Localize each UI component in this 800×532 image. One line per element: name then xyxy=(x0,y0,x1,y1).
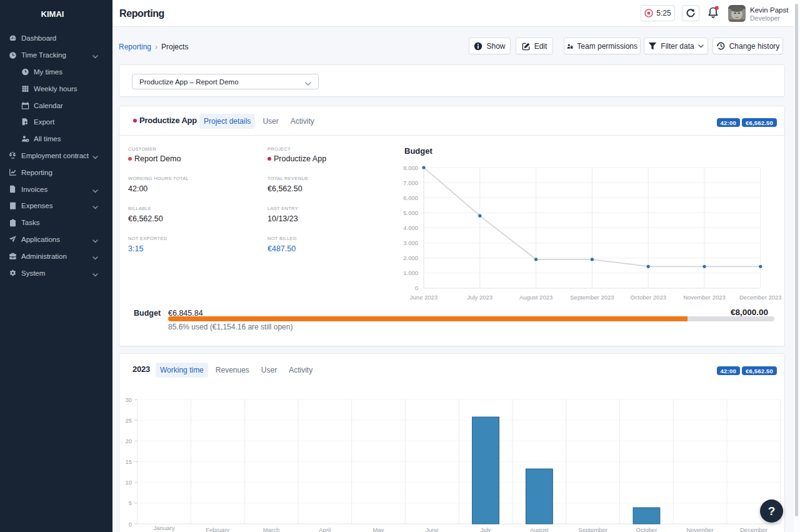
svg-text:5.000: 5.000 xyxy=(403,209,418,216)
svg-text:April: April xyxy=(319,526,331,532)
svg-text:0: 0 xyxy=(129,521,132,528)
svg-text:August 2023: August 2023 xyxy=(519,294,552,301)
svg-text:25: 25 xyxy=(125,417,132,424)
svg-text:30: 30 xyxy=(125,396,132,403)
svg-text:January: January xyxy=(154,524,175,531)
svg-text:July: July xyxy=(481,526,491,532)
svg-text:5: 5 xyxy=(129,499,132,506)
svg-text:October: October xyxy=(636,526,658,532)
svg-text:15: 15 xyxy=(125,458,132,465)
svg-text:3.000: 3.000 xyxy=(403,239,418,246)
svg-text:7.000: 7.000 xyxy=(403,179,418,186)
svg-text:October 2023: October 2023 xyxy=(630,294,666,301)
svg-text:20: 20 xyxy=(125,438,132,444)
svg-text:June: June xyxy=(426,526,439,532)
svg-text:August: August xyxy=(530,526,549,532)
svg-text:December: December xyxy=(740,526,768,532)
svg-text:1.000: 1.000 xyxy=(403,269,418,276)
svg-text:February: February xyxy=(206,526,229,532)
svg-text:September 2023: September 2023 xyxy=(570,294,614,301)
svg-text:June 2023: June 2023 xyxy=(410,294,438,301)
svg-text:March: March xyxy=(263,526,279,532)
svg-text:4.000: 4.000 xyxy=(403,224,418,231)
svg-text:November 2023: November 2023 xyxy=(683,294,726,301)
svg-text:December 2023: December 2023 xyxy=(739,294,782,301)
svg-text:November: November xyxy=(686,526,714,532)
svg-text:10: 10 xyxy=(125,479,132,486)
svg-text:2.000: 2.000 xyxy=(403,254,418,261)
svg-text:July 2023: July 2023 xyxy=(467,294,492,301)
svg-text:September: September xyxy=(578,526,607,532)
svg-text:May: May xyxy=(373,526,384,532)
svg-text:8.000: 8.000 xyxy=(403,164,418,171)
svg-text:0: 0 xyxy=(415,284,418,291)
svg-text:6.000: 6.000 xyxy=(403,194,418,201)
